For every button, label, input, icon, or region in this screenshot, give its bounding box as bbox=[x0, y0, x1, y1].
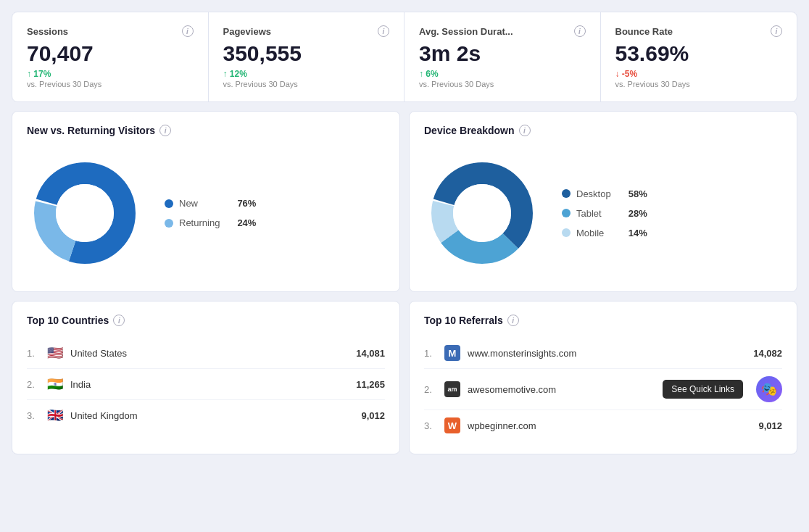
device-info-icon[interactable]: i bbox=[519, 125, 531, 136]
visitors-chart-card: New vs. Returning Visitors i New 76% bbox=[12, 111, 400, 292]
ref-icon-1: am bbox=[444, 381, 460, 397]
device-donut-container: Desktop 58% Tablet 28% Mobile 14% bbox=[424, 148, 782, 278]
table-row: 1. 🇺🇸 United States 14,081 bbox=[27, 338, 385, 369]
stat-title-pageviews: Pageviews i bbox=[223, 25, 390, 37]
legend-item-desktop: Desktop 58% bbox=[562, 188, 647, 199]
referrals-title: Top 10 Referrals i bbox=[424, 315, 782, 326]
stat-info-icon-bounce-rate[interactable]: i bbox=[771, 25, 782, 37]
returning-dot bbox=[165, 219, 173, 228]
stat-title-text-sessions: Sessions bbox=[27, 26, 178, 37]
stat-info-icon-sessions[interactable]: i bbox=[182, 25, 194, 37]
returning-value: 24% bbox=[237, 217, 256, 228]
svg-point-2 bbox=[56, 184, 114, 242]
quick-links-button[interactable]: See Quick Links bbox=[663, 380, 743, 399]
mobile-label: Mobile bbox=[576, 228, 611, 238]
new-dot bbox=[165, 199, 173, 208]
tablet-value: 28% bbox=[628, 208, 647, 219]
referral-value-2: 9,012 bbox=[758, 420, 782, 431]
visitors-legend: New 76% Returning 24% bbox=[165, 198, 256, 228]
stat-card-bounce-rate: Bounce Rate i 53.69% ↓ -5% vs. Previous … bbox=[601, 12, 797, 101]
referral-label-1: awesomemotive.com bbox=[468, 384, 655, 395]
referrals-list: 1. M www.monsterinsights.com 14,082 2. a… bbox=[424, 338, 782, 441]
stats-row: Sessions i 70,407 ↑ 17% vs. Previous 30 … bbox=[12, 12, 797, 102]
device-donut-chart bbox=[424, 155, 540, 271]
rank-2: 3. bbox=[27, 410, 40, 421]
desktop-value: 58% bbox=[628, 188, 647, 199]
visitors-chart-title: New vs. Returning Visitors i bbox=[27, 125, 385, 136]
stat-card-sessions: Sessions i 70,407 ↑ 17% vs. Previous 30 … bbox=[12, 12, 209, 101]
device-chart-title: Device Breakdown i bbox=[424, 125, 782, 136]
legend-item-returning: Returning 24% bbox=[165, 217, 256, 228]
referrals-card: Top 10 Referrals i 1. M www.monsterinsig… bbox=[409, 301, 797, 454]
countries-card: Top 10 Countries i 1. 🇺🇸 United States 1… bbox=[12, 301, 400, 454]
stat-change-pageviews: ↑ 12% bbox=[223, 69, 390, 79]
stat-card-pageviews: Pageviews i 350,555 ↑ 12% vs. Previous 3… bbox=[209, 12, 405, 101]
ref-rank-1: 2. bbox=[424, 384, 437, 395]
device-chart-card: Device Breakdown i Desktop bbox=[409, 111, 797, 292]
country-value-0: 14,081 bbox=[356, 348, 385, 359]
visitors-donut-container: New 76% Returning 24% bbox=[27, 148, 385, 278]
referral-label-2: wpbeginner.com bbox=[468, 420, 751, 431]
stat-value-bounce-rate: 53.69% bbox=[615, 41, 783, 66]
table-row: 3. 🇬🇧 United Kingdom 9,012 bbox=[27, 400, 385, 431]
stat-value-pageviews: 350,555 bbox=[223, 41, 390, 66]
svg-point-6 bbox=[453, 184, 511, 242]
ref-rank-2: 3. bbox=[424, 420, 437, 431]
new-value: 76% bbox=[237, 198, 256, 209]
tablet-dot bbox=[562, 209, 571, 217]
visitors-info-icon[interactable]: i bbox=[159, 125, 171, 136]
country-label-2: United Kingdom bbox=[70, 410, 354, 421]
countries-title-text: Top 10 Countries bbox=[27, 315, 109, 326]
flag-0: 🇺🇸 bbox=[47, 345, 63, 361]
stat-value-sessions: 70,407 bbox=[27, 41, 194, 66]
stat-title-text-bounce-rate: Bounce Rate bbox=[615, 26, 767, 37]
visitors-donut-chart bbox=[27, 155, 143, 271]
stat-vs-avg-session: vs. Previous 30 Days bbox=[419, 80, 586, 88]
countries-info-icon[interactable]: i bbox=[113, 315, 125, 326]
rank-0: 1. bbox=[27, 348, 40, 359]
referral-value-0: 14,082 bbox=[753, 348, 782, 359]
visitors-title-text: New vs. Returning Visitors bbox=[27, 125, 155, 136]
stat-info-icon-pageviews[interactable]: i bbox=[378, 25, 389, 37]
rank-1: 2. bbox=[27, 379, 40, 390]
table-row: 2. am awesomemotive.com See Quick Links … bbox=[424, 369, 782, 410]
charts-row: New vs. Returning Visitors i New 76% bbox=[12, 111, 797, 292]
returning-label: Returning bbox=[179, 217, 220, 228]
ref-icon-0: M bbox=[444, 345, 460, 361]
referral-label-0: www.monsterinsights.com bbox=[468, 348, 746, 359]
legend-item-new: New 76% bbox=[165, 198, 256, 209]
avatar-icon: 🎭 bbox=[756, 376, 782, 402]
stat-value-avg-session: 3m 2s bbox=[419, 41, 586, 66]
ref-rank-0: 1. bbox=[424, 348, 437, 359]
country-value-1: 11,265 bbox=[356, 379, 385, 390]
stat-title-avg-session: Avg. Session Durat... i bbox=[419, 25, 586, 37]
stat-vs-sessions: vs. Previous 30 Days bbox=[27, 80, 194, 88]
stat-change-sessions: ↑ 17% bbox=[27, 69, 194, 79]
dashboard: Sessions i 70,407 ↑ 17% vs. Previous 30 … bbox=[12, 12, 797, 454]
flag-2: 🇬🇧 bbox=[47, 407, 63, 423]
referrals-title-text: Top 10 Referrals bbox=[424, 315, 503, 326]
device-legend: Desktop 58% Tablet 28% Mobile 14% bbox=[562, 188, 647, 238]
referrals-info-icon[interactable]: i bbox=[507, 315, 519, 326]
table-row: 2. 🇮🇳 India 11,265 bbox=[27, 369, 385, 400]
tablet-label: Tablet bbox=[576, 208, 611, 219]
stat-info-icon-avg-session[interactable]: i bbox=[574, 25, 586, 37]
stat-vs-pageviews: vs. Previous 30 Days bbox=[223, 80, 390, 88]
new-label: New bbox=[179, 198, 220, 209]
stat-title-text-pageviews: Pageviews bbox=[223, 26, 374, 37]
stat-title-bounce-rate: Bounce Rate i bbox=[615, 25, 783, 37]
country-label-0: United States bbox=[70, 348, 349, 359]
table-row: 1. M www.monsterinsights.com 14,082 bbox=[424, 338, 782, 369]
stat-card-avg-session: Avg. Session Durat... i 3m 2s ↑ 6% vs. P… bbox=[404, 12, 601, 101]
flag-1: 🇮🇳 bbox=[47, 376, 63, 392]
table-row: 3. W wpbeginner.com 9,012 bbox=[424, 410, 782, 441]
stat-change-avg-session: ↑ 6% bbox=[419, 69, 586, 79]
lists-row: Top 10 Countries i 1. 🇺🇸 United States 1… bbox=[12, 301, 797, 454]
stat-title-sessions: Sessions i bbox=[27, 25, 194, 37]
stat-title-text-avg-session: Avg. Session Durat... bbox=[419, 26, 570, 37]
legend-item-tablet: Tablet 28% bbox=[562, 208, 647, 219]
country-value-2: 9,012 bbox=[361, 410, 385, 421]
countries-list: 1. 🇺🇸 United States 14,081 2. 🇮🇳 India 1… bbox=[27, 338, 385, 431]
desktop-dot bbox=[562, 189, 571, 198]
mobile-dot bbox=[562, 228, 571, 237]
